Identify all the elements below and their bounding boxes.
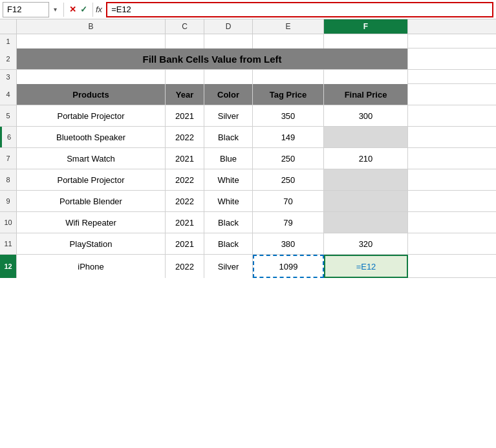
formula-value: =E12 (111, 5, 131, 14)
cell-b11[interactable]: PlayStation (17, 233, 166, 254)
formula-bar-divider2 (92, 3, 93, 17)
row-10: 10 Wifi Repeater 2021 Black 79 (0, 212, 496, 233)
col-header-f[interactable]: F (324, 19, 408, 34)
cell-f5[interactable]: 300 (324, 105, 408, 126)
cell-b9[interactable]: Portable Blender (17, 191, 166, 211)
cancel-formula-icon[interactable]: ✕ (69, 5, 76, 14)
cell-b10[interactable]: Wifi Repeater (17, 212, 166, 233)
col-header-b[interactable]: B (17, 19, 166, 34)
title-cell[interactable]: Fill Bank Cells Value from Left (17, 48, 408, 69)
row-7: 7 Smart Watch 2021 Blue 250 210 (0, 148, 496, 169)
cell-f10[interactable] (324, 212, 408, 233)
row-5: 5 Portable Projector 2021 Silver 350 300 (0, 105, 496, 127)
cell-f8[interactable] (324, 169, 408, 190)
col-header-d[interactable]: D (204, 19, 253, 34)
cell-ref-dropdown-arrow[interactable]: ▾ (49, 6, 61, 13)
row-num-4[interactable]: 4 (0, 84, 17, 105)
header-final-price[interactable]: Final Price (324, 84, 408, 105)
cell-b6[interactable]: Bluetooth Speaker (17, 127, 166, 147)
formula-input[interactable]: =E12 (106, 2, 493, 17)
cell-b1[interactable] (17, 34, 166, 48)
cell-c5[interactable]: 2021 (166, 105, 204, 126)
cell-f3[interactable] (324, 70, 408, 84)
cell-d8[interactable]: White (204, 169, 253, 190)
cell-b12[interactable]: iPhone (17, 255, 166, 278)
row-num-9[interactable]: 9 (0, 191, 17, 211)
cell-f9[interactable] (324, 191, 408, 211)
cell-b8[interactable]: Portable Projector (17, 169, 166, 190)
cell-f6[interactable] (324, 127, 408, 147)
cell-f7[interactable]: 210 (324, 148, 408, 169)
spreadsheet-grid: 1 2 Fill Bank Cells Value from Left 3 4 … (0, 34, 496, 278)
cell-c1[interactable] (166, 34, 204, 48)
cell-e12[interactable]: 1099 (253, 255, 324, 278)
cell-d9[interactable]: White (204, 191, 253, 211)
row-num-1[interactable]: 1 (0, 34, 17, 48)
cell-b5[interactable]: Portable Projector (17, 105, 166, 126)
header-year[interactable]: Year (166, 84, 204, 105)
cell-b3[interactable] (17, 70, 166, 84)
formula-bar: F12 ▾ ✕ ✓ fx =E12 (0, 0, 496, 19)
cell-c8[interactable]: 2022 (166, 169, 204, 190)
cell-d3[interactable] (204, 70, 253, 84)
cell-d1[interactable] (204, 34, 253, 48)
cell-c7[interactable]: 2021 (166, 148, 204, 169)
row-num-12[interactable]: 12 (0, 255, 17, 278)
cell-f1[interactable] (324, 34, 408, 48)
cell-d5[interactable]: Silver (204, 105, 253, 126)
header-products[interactable]: Products (17, 84, 166, 105)
row-2: 2 Fill Bank Cells Value from Left (0, 48, 496, 70)
cell-f11[interactable]: 320 (324, 233, 408, 254)
row-4: 4 Products Year Color Tag Price Final Pr… (0, 84, 496, 105)
cell-c3[interactable] (166, 70, 204, 84)
cell-c12[interactable]: 2022 (166, 255, 204, 278)
row-num-6[interactable]: 6 (0, 127, 17, 147)
cell-d10[interactable]: Black (204, 212, 253, 233)
cell-e10[interactable]: 79 (253, 212, 324, 233)
cell-d12[interactable]: Silver (204, 255, 253, 278)
cell-d7[interactable]: Blue (204, 148, 253, 169)
row-12: 12 iPhone 2022 Silver 1099 =E12 (0, 255, 496, 278)
row-9: 9 Portable Blender 2022 White 70 (0, 191, 496, 212)
cell-e3[interactable] (253, 70, 324, 84)
cell-reference-box[interactable]: F12 (3, 2, 49, 17)
cell-c9[interactable]: 2022 (166, 191, 204, 211)
col-header-e[interactable]: E (253, 19, 324, 34)
row-3: 3 (0, 70, 496, 84)
cell-c11[interactable]: 2021 (166, 233, 204, 254)
cell-e9[interactable]: 70 (253, 191, 324, 211)
cell-e5[interactable]: 350 (253, 105, 324, 126)
row-num-10[interactable]: 10 (0, 212, 17, 233)
cell-f12[interactable]: =E12 (324, 255, 408, 278)
cell-c10[interactable]: 2021 (166, 212, 204, 233)
cell-c6[interactable]: 2022 (166, 127, 204, 147)
cell-e6[interactable]: 149 (253, 127, 324, 147)
row-num-5[interactable]: 5 (0, 105, 17, 126)
cell-e11[interactable]: 380 (253, 233, 324, 254)
cell-b7[interactable]: Smart Watch (17, 148, 166, 169)
cell-d11[interactable]: Black (204, 233, 253, 254)
row-num-8[interactable]: 8 (0, 169, 17, 190)
row-num-3[interactable]: 3 (0, 70, 17, 84)
cell-d6[interactable]: Black (204, 127, 253, 147)
row-num-2[interactable]: 2 (0, 48, 17, 69)
cell-e8[interactable]: 250 (253, 169, 324, 190)
row-6: 6 Bluetooth Speaker 2022 Black 149 (0, 127, 496, 148)
cell-reference-value: F12 (7, 5, 21, 14)
row-8: 8 Portable Projector 2022 White 250 (0, 169, 496, 191)
row-num-header-corner (0, 19, 17, 34)
col-header-c[interactable]: C (166, 19, 204, 34)
header-color[interactable]: Color (204, 84, 253, 105)
row-num-11[interactable]: 11 (0, 233, 17, 254)
formula-icons-group: ✕ ✓ (67, 5, 90, 14)
formula-bar-divider (63, 3, 64, 17)
header-tag-price[interactable]: Tag Price (253, 84, 324, 105)
cell-e1[interactable] (253, 34, 324, 48)
row-num-7[interactable]: 7 (0, 148, 17, 169)
cell-e7[interactable]: 250 (253, 148, 324, 169)
confirm-formula-icon[interactable]: ✓ (80, 5, 87, 14)
fx-label: fx (96, 5, 102, 14)
row-11: 11 PlayStation 2021 Black 380 320 (0, 233, 496, 255)
row-1: 1 (0, 34, 496, 48)
column-headers: B C D E F (0, 19, 496, 34)
